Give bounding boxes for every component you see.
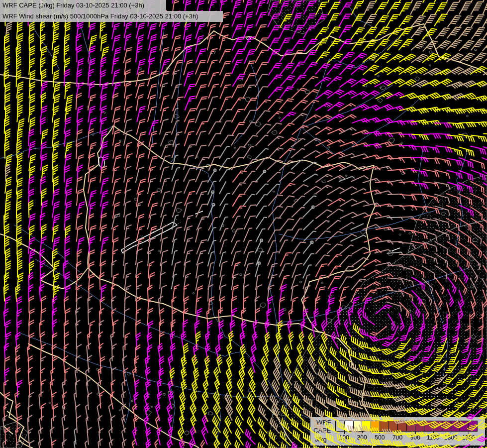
- legend-model-label: WRF: [316, 419, 331, 426]
- colorbar-cell: [451, 421, 460, 431]
- colorbar-cell: [406, 421, 415, 431]
- colorbar-cell: [424, 421, 433, 431]
- colorbar-cell: [468, 421, 477, 431]
- colorbar-cell: [433, 421, 442, 431]
- colorbar-cell: [397, 421, 406, 431]
- weather-map-canvas: [0, 0, 487, 448]
- title-wind-shear: WRF Wind shear (m/s) 500/1000hPa Friday …: [0, 11, 223, 22]
- colorbar-cell: [353, 421, 362, 431]
- colorbar-cell: [362, 421, 371, 431]
- legend-units-label: J/kg: [315, 436, 327, 443]
- colorbar-cell: [344, 421, 353, 431]
- weather-map-page: WRF CAPE (J/kg) Friday 03-10-2025 21:00 …: [0, 0, 487, 448]
- cape-colorbar: [335, 421, 478, 432]
- colorbar-cell: [389, 421, 397, 431]
- colorbar-cell: [442, 421, 451, 431]
- colorbar-cell: [415, 421, 424, 431]
- colorbar-cell: [459, 421, 468, 431]
- colorbar-cell: [371, 421, 380, 431]
- legend-variable-label: CAPE: [313, 427, 331, 434]
- title-cape: WRF CAPE (J/kg) Friday 03-10-2025 21:00 …: [0, 0, 166, 11]
- colorbar-cell: [336, 421, 344, 431]
- colorbar-cell: [380, 421, 389, 431]
